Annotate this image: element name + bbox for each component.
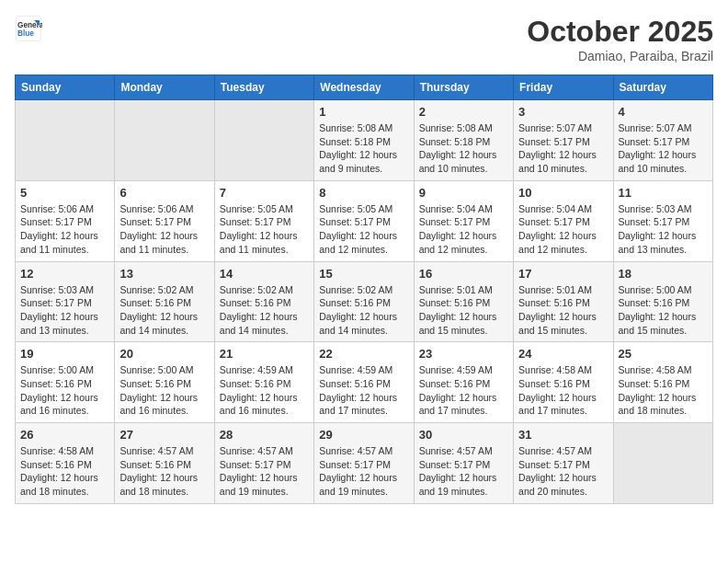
calendar-body: 1Sunrise: 5:08 AM Sunset: 5:18 PM Daylig… [16, 100, 713, 504]
day-info: Sunrise: 5:08 AM Sunset: 5:18 PM Dayligh… [419, 121, 508, 176]
calendar-cell: 10Sunrise: 5:04 AM Sunset: 5:17 PM Dayli… [514, 180, 613, 261]
day-info: Sunrise: 4:59 AM Sunset: 5:16 PM Dayligh… [220, 363, 309, 418]
day-info: Sunrise: 5:05 AM Sunset: 5:17 PM Dayligh… [220, 202, 309, 257]
calendar-cell [613, 423, 712, 504]
day-number: 21 [220, 347, 309, 361]
day-number: 8 [319, 186, 408, 200]
day-number: 18 [619, 267, 708, 281]
calendar-cell: 24Sunrise: 4:58 AM Sunset: 5:16 PM Dayli… [514, 342, 613, 423]
calendar-cell: 21Sunrise: 4:59 AM Sunset: 5:16 PM Dayli… [214, 342, 313, 423]
day-info: Sunrise: 5:02 AM Sunset: 5:16 PM Dayligh… [319, 283, 408, 338]
calendar-week-row: 1Sunrise: 5:08 AM Sunset: 5:18 PM Daylig… [16, 100, 713, 181]
day-info: Sunrise: 4:57 AM Sunset: 5:17 PM Dayligh… [419, 444, 508, 499]
calendar-week-row: 26Sunrise: 4:58 AM Sunset: 5:16 PM Dayli… [16, 423, 713, 504]
day-number: 16 [419, 267, 508, 281]
day-info: Sunrise: 5:01 AM Sunset: 5:16 PM Dayligh… [419, 283, 508, 338]
day-number: 10 [518, 186, 608, 200]
calendar-cell: 28Sunrise: 4:57 AM Sunset: 5:17 PM Dayli… [214, 423, 313, 504]
logo: General Blue [15, 15, 42, 42]
calendar-week-row: 5Sunrise: 5:06 AM Sunset: 5:17 PM Daylig… [16, 180, 713, 261]
day-info: Sunrise: 4:58 AM Sunset: 5:16 PM Dayligh… [619, 363, 708, 418]
calendar-cell: 23Sunrise: 4:59 AM Sunset: 5:16 PM Dayli… [414, 342, 513, 423]
day-info: Sunrise: 5:02 AM Sunset: 5:16 PM Dayligh… [119, 283, 209, 338]
calendar-cell: 29Sunrise: 4:57 AM Sunset: 5:17 PM Dayli… [314, 423, 414, 504]
weekday-header-row: SundayMondayTuesdayWednesdayThursdayFrid… [16, 75, 713, 100]
day-number: 9 [419, 186, 508, 200]
day-number: 27 [119, 428, 209, 442]
logo-icon: General Blue [15, 15, 42, 42]
calendar-cell: 31Sunrise: 4:57 AM Sunset: 5:17 PM Dayli… [514, 423, 613, 504]
day-info: Sunrise: 4:57 AM Sunset: 5:17 PM Dayligh… [518, 444, 608, 499]
weekday-header-cell: Monday [115, 75, 214, 100]
calendar-cell: 20Sunrise: 5:00 AM Sunset: 5:16 PM Dayli… [115, 342, 214, 423]
weekday-header-cell: Thursday [414, 75, 513, 100]
weekday-header-cell: Friday [514, 75, 613, 100]
calendar-cell [115, 100, 214, 181]
calendar-cell: 13Sunrise: 5:02 AM Sunset: 5:16 PM Dayli… [115, 261, 214, 342]
calendar-cell: 8Sunrise: 5:05 AM Sunset: 5:17 PM Daylig… [314, 180, 414, 261]
day-number: 30 [419, 428, 508, 442]
day-info: Sunrise: 5:03 AM Sunset: 5:17 PM Dayligh… [20, 283, 109, 338]
day-info: Sunrise: 4:58 AM Sunset: 5:16 PM Dayligh… [518, 363, 608, 418]
day-number: 4 [619, 105, 708, 119]
weekday-header-cell: Sunday [16, 75, 115, 100]
day-number: 26 [20, 428, 109, 442]
calendar-cell [16, 100, 115, 181]
day-number: 23 [419, 347, 508, 361]
day-info: Sunrise: 5:04 AM Sunset: 5:17 PM Dayligh… [419, 202, 508, 257]
calendar-cell: 3Sunrise: 5:07 AM Sunset: 5:17 PM Daylig… [514, 100, 613, 181]
calendar-cell: 4Sunrise: 5:07 AM Sunset: 5:17 PM Daylig… [613, 100, 712, 181]
day-number: 20 [119, 347, 209, 361]
weekday-header-cell: Saturday [613, 75, 712, 100]
calendar-cell [214, 100, 313, 181]
weekday-header-cell: Tuesday [214, 75, 313, 100]
calendar-cell: 6Sunrise: 5:06 AM Sunset: 5:17 PM Daylig… [115, 180, 214, 261]
day-number: 7 [220, 186, 309, 200]
day-number: 5 [20, 186, 109, 200]
day-info: Sunrise: 4:59 AM Sunset: 5:16 PM Dayligh… [419, 363, 508, 418]
svg-text:Blue: Blue [17, 29, 34, 38]
day-number: 31 [518, 428, 608, 442]
day-number: 6 [119, 186, 209, 200]
day-info: Sunrise: 5:00 AM Sunset: 5:16 PM Dayligh… [619, 283, 708, 338]
day-number: 25 [619, 347, 708, 361]
calendar-cell: 14Sunrise: 5:02 AM Sunset: 5:16 PM Dayli… [214, 261, 313, 342]
day-number: 15 [319, 267, 408, 281]
calendar-cell: 30Sunrise: 4:57 AM Sunset: 5:17 PM Dayli… [414, 423, 513, 504]
day-number: 12 [20, 267, 109, 281]
day-number: 29 [319, 428, 408, 442]
day-info: Sunrise: 5:07 AM Sunset: 5:17 PM Dayligh… [518, 121, 608, 176]
calendar-cell: 15Sunrise: 5:02 AM Sunset: 5:16 PM Dayli… [314, 261, 414, 342]
calendar-cell: 12Sunrise: 5:03 AM Sunset: 5:17 PM Dayli… [16, 261, 115, 342]
day-info: Sunrise: 5:01 AM Sunset: 5:16 PM Dayligh… [518, 283, 608, 338]
calendar-cell: 7Sunrise: 5:05 AM Sunset: 5:17 PM Daylig… [214, 180, 313, 261]
calendar-cell: 11Sunrise: 5:03 AM Sunset: 5:17 PM Dayli… [613, 180, 712, 261]
calendar-cell: 25Sunrise: 4:58 AM Sunset: 5:16 PM Dayli… [613, 342, 712, 423]
calendar-cell: 2Sunrise: 5:08 AM Sunset: 5:18 PM Daylig… [414, 100, 513, 181]
weekday-header-cell: Wednesday [314, 75, 414, 100]
day-info: Sunrise: 5:04 AM Sunset: 5:17 PM Dayligh… [518, 202, 608, 257]
calendar-cell: 16Sunrise: 5:01 AM Sunset: 5:16 PM Dayli… [414, 261, 513, 342]
day-number: 28 [220, 428, 309, 442]
month-title: October 2025 [527, 15, 713, 49]
day-info: Sunrise: 5:06 AM Sunset: 5:17 PM Dayligh… [20, 202, 109, 257]
calendar-table: SundayMondayTuesdayWednesdayThursdayFrid… [15, 75, 713, 504]
day-info: Sunrise: 4:59 AM Sunset: 5:16 PM Dayligh… [319, 363, 408, 418]
day-number: 22 [319, 347, 408, 361]
day-info: Sunrise: 5:03 AM Sunset: 5:17 PM Dayligh… [619, 202, 708, 257]
calendar-cell: 17Sunrise: 5:01 AM Sunset: 5:16 PM Dayli… [514, 261, 613, 342]
day-number: 13 [119, 267, 209, 281]
calendar-cell: 19Sunrise: 5:00 AM Sunset: 5:16 PM Dayli… [16, 342, 115, 423]
day-info: Sunrise: 4:58 AM Sunset: 5:16 PM Dayligh… [20, 444, 109, 499]
day-info: Sunrise: 4:57 AM Sunset: 5:17 PM Dayligh… [220, 444, 309, 499]
day-info: Sunrise: 5:06 AM Sunset: 5:17 PM Dayligh… [119, 202, 209, 257]
day-info: Sunrise: 5:07 AM Sunset: 5:17 PM Dayligh… [619, 121, 708, 176]
calendar-cell: 5Sunrise: 5:06 AM Sunset: 5:17 PM Daylig… [16, 180, 115, 261]
day-info: Sunrise: 5:05 AM Sunset: 5:17 PM Dayligh… [319, 202, 408, 257]
title-block: October 2025 Damiao, Paraiba, Brazil [527, 15, 713, 63]
day-number: 11 [619, 186, 708, 200]
location: Damiao, Paraiba, Brazil [527, 49, 713, 63]
day-info: Sunrise: 5:00 AM Sunset: 5:16 PM Dayligh… [20, 363, 109, 418]
calendar-cell: 22Sunrise: 4:59 AM Sunset: 5:16 PM Dayli… [314, 342, 414, 423]
day-number: 3 [518, 105, 608, 119]
